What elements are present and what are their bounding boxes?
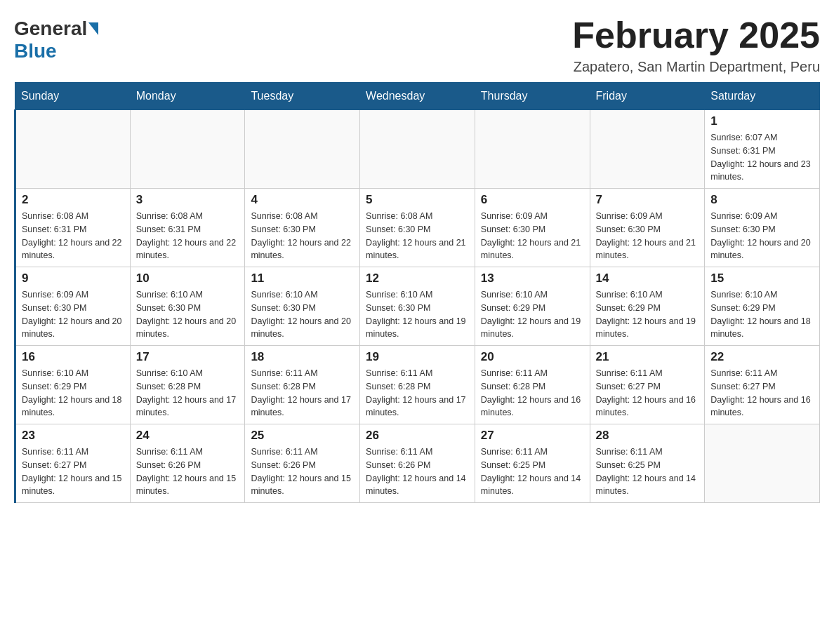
calendar-cell: 10Sunrise: 6:10 AMSunset: 6:30 PMDayligh…: [130, 267, 245, 346]
calendar-cell: 23Sunrise: 6:11 AMSunset: 6:27 PMDayligh…: [15, 424, 131, 503]
day-header-friday: Friday: [590, 83, 705, 110]
calendar-cell: [245, 110, 360, 189]
calendar-cell: 19Sunrise: 6:11 AMSunset: 6:28 PMDayligh…: [360, 346, 475, 424]
week-row-5: 23Sunrise: 6:11 AMSunset: 6:27 PMDayligh…: [15, 424, 820, 503]
logo-blue-text: Blue: [14, 40, 57, 62]
calendar-cell: 22Sunrise: 6:11 AMSunset: 6:27 PMDayligh…: [705, 346, 820, 424]
calendar-cell: [590, 110, 705, 189]
location-title: Zapatero, San Martin Department, Peru: [572, 59, 820, 75]
day-number: 11: [251, 271, 354, 286]
day-info: Sunrise: 6:11 AMSunset: 6:26 PMDaylight:…: [366, 445, 469, 498]
week-row-4: 16Sunrise: 6:10 AMSunset: 6:29 PMDayligh…: [15, 346, 820, 424]
day-number: 4: [251, 193, 354, 207]
month-title: February 2025: [572, 14, 820, 56]
day-info: Sunrise: 6:10 AMSunset: 6:30 PMDaylight:…: [366, 288, 469, 341]
calendar-cell: 21Sunrise: 6:11 AMSunset: 6:27 PMDayligh…: [590, 346, 705, 424]
day-info: Sunrise: 6:10 AMSunset: 6:29 PMDaylight:…: [22, 367, 124, 420]
calendar-cell: 1Sunrise: 6:07 AMSunset: 6:31 PMDaylight…: [705, 110, 820, 189]
calendar-cell: [475, 110, 590, 189]
day-info: Sunrise: 6:11 AMSunset: 6:25 PMDaylight:…: [481, 445, 584, 498]
day-number: 8: [710, 193, 814, 207]
calendar-cell: 6Sunrise: 6:09 AMSunset: 6:30 PMDaylight…: [475, 189, 590, 267]
title-block: February 2025 Zapatero, San Martin Depar…: [572, 14, 820, 75]
calendar-cell: [705, 424, 820, 503]
calendar-cell: 11Sunrise: 6:10 AMSunset: 6:30 PMDayligh…: [245, 267, 360, 346]
calendar-cell: 17Sunrise: 6:10 AMSunset: 6:28 PMDayligh…: [130, 346, 245, 424]
day-info: Sunrise: 6:08 AMSunset: 6:30 PMDaylight:…: [366, 210, 469, 262]
day-number: 16: [22, 350, 124, 364]
day-header-sunday: Sunday: [15, 83, 131, 110]
day-info: Sunrise: 6:09 AMSunset: 6:30 PMDaylight:…: [710, 210, 814, 262]
day-info: Sunrise: 6:08 AMSunset: 6:30 PMDaylight:…: [251, 210, 354, 262]
day-info: Sunrise: 6:11 AMSunset: 6:28 PMDaylight:…: [251, 367, 354, 420]
calendar-cell: 12Sunrise: 6:10 AMSunset: 6:30 PMDayligh…: [360, 267, 475, 346]
calendar-cell: 24Sunrise: 6:11 AMSunset: 6:26 PMDayligh…: [130, 424, 245, 503]
day-info: Sunrise: 6:11 AMSunset: 6:27 PMDaylight:…: [22, 445, 124, 498]
day-info: Sunrise: 6:10 AMSunset: 6:29 PMDaylight:…: [710, 288, 814, 341]
day-info: Sunrise: 6:11 AMSunset: 6:27 PMDaylight:…: [596, 367, 699, 420]
calendar-cell: 3Sunrise: 6:08 AMSunset: 6:31 PMDaylight…: [130, 189, 245, 267]
day-info: Sunrise: 6:10 AMSunset: 6:28 PMDaylight:…: [136, 367, 239, 420]
calendar-cell: 20Sunrise: 6:11 AMSunset: 6:28 PMDayligh…: [475, 346, 590, 424]
day-number: 23: [22, 429, 124, 443]
day-number: 18: [251, 350, 354, 364]
day-info: Sunrise: 6:09 AMSunset: 6:30 PMDaylight:…: [481, 210, 584, 262]
day-number: 26: [366, 429, 469, 443]
day-number: 17: [136, 350, 239, 364]
calendar-cell: 5Sunrise: 6:08 AMSunset: 6:30 PMDaylight…: [360, 189, 475, 267]
week-row-2: 2Sunrise: 6:08 AMSunset: 6:31 PMDaylight…: [15, 189, 820, 267]
day-info: Sunrise: 6:11 AMSunset: 6:28 PMDaylight:…: [481, 367, 584, 420]
day-info: Sunrise: 6:10 AMSunset: 6:29 PMDaylight:…: [481, 288, 584, 341]
day-header-thursday: Thursday: [475, 83, 590, 110]
calendar-cell: 8Sunrise: 6:09 AMSunset: 6:30 PMDaylight…: [705, 189, 820, 267]
day-info: Sunrise: 6:08 AMSunset: 6:31 PMDaylight:…: [22, 210, 124, 262]
logo: General Blue: [14, 14, 100, 62]
day-header-saturday: Saturday: [705, 83, 820, 110]
week-row-3: 9Sunrise: 6:09 AMSunset: 6:30 PMDaylight…: [15, 267, 820, 346]
day-number: 10: [136, 271, 239, 286]
calendar-cell: 15Sunrise: 6:10 AMSunset: 6:29 PMDayligh…: [705, 267, 820, 346]
day-info: Sunrise: 6:11 AMSunset: 6:28 PMDaylight:…: [366, 367, 469, 420]
calendar-cell: 27Sunrise: 6:11 AMSunset: 6:25 PMDayligh…: [475, 424, 590, 503]
calendar-cell: 4Sunrise: 6:08 AMSunset: 6:30 PMDaylight…: [245, 189, 360, 267]
calendar-header-row: SundayMondayTuesdayWednesdayThursdayFrid…: [15, 83, 820, 110]
calendar-cell: 16Sunrise: 6:10 AMSunset: 6:29 PMDayligh…: [15, 346, 131, 424]
calendar-cell: 25Sunrise: 6:11 AMSunset: 6:26 PMDayligh…: [245, 424, 360, 503]
calendar-cell: [15, 110, 131, 189]
calendar-cell: 2Sunrise: 6:08 AMSunset: 6:31 PMDaylight…: [15, 189, 131, 267]
day-number: 3: [136, 193, 239, 207]
day-number: 15: [710, 271, 814, 286]
day-number: 22: [710, 350, 814, 364]
day-info: Sunrise: 6:11 AMSunset: 6:27 PMDaylight:…: [710, 367, 814, 420]
calendar-cell: [360, 110, 475, 189]
calendar-table: SundayMondayTuesdayWednesdayThursdayFrid…: [14, 82, 820, 503]
day-info: Sunrise: 6:11 AMSunset: 6:25 PMDaylight:…: [596, 445, 699, 498]
day-number: 20: [481, 350, 584, 364]
day-number: 1: [710, 114, 814, 128]
calendar-cell: 7Sunrise: 6:09 AMSunset: 6:30 PMDaylight…: [590, 189, 705, 267]
calendar-cell: 18Sunrise: 6:11 AMSunset: 6:28 PMDayligh…: [245, 346, 360, 424]
day-info: Sunrise: 6:10 AMSunset: 6:30 PMDaylight:…: [251, 288, 354, 341]
day-info: Sunrise: 6:09 AMSunset: 6:30 PMDaylight:…: [22, 288, 124, 341]
day-number: 24: [136, 429, 239, 443]
day-number: 28: [596, 429, 699, 443]
day-info: Sunrise: 6:11 AMSunset: 6:26 PMDaylight:…: [136, 445, 239, 498]
day-info: Sunrise: 6:10 AMSunset: 6:30 PMDaylight:…: [136, 288, 239, 341]
day-number: 13: [481, 271, 584, 286]
calendar-cell: 9Sunrise: 6:09 AMSunset: 6:30 PMDaylight…: [15, 267, 131, 346]
calendar-cell: 28Sunrise: 6:11 AMSunset: 6:25 PMDayligh…: [590, 424, 705, 503]
calendar-cell: 26Sunrise: 6:11 AMSunset: 6:26 PMDayligh…: [360, 424, 475, 503]
day-info: Sunrise: 6:11 AMSunset: 6:26 PMDaylight:…: [251, 445, 354, 498]
calendar-cell: 13Sunrise: 6:10 AMSunset: 6:29 PMDayligh…: [475, 267, 590, 346]
day-number: 7: [596, 193, 699, 207]
calendar-cell: [130, 110, 245, 189]
week-row-1: 1Sunrise: 6:07 AMSunset: 6:31 PMDaylight…: [15, 110, 820, 189]
day-number: 5: [366, 193, 469, 207]
day-header-tuesday: Tuesday: [245, 83, 360, 110]
day-number: 12: [366, 271, 469, 286]
logo-arrow-icon: [88, 22, 98, 35]
day-number: 2: [22, 193, 124, 207]
day-info: Sunrise: 6:07 AMSunset: 6:31 PMDaylight:…: [710, 131, 814, 184]
day-number: 14: [596, 271, 699, 286]
day-header-wednesday: Wednesday: [360, 83, 475, 110]
